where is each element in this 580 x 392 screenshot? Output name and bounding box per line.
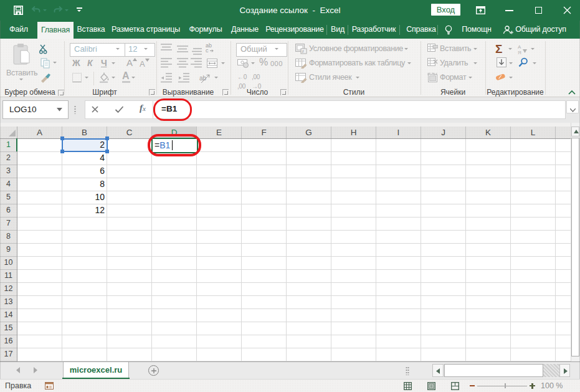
svg-text:≠: ≠ xyxy=(302,49,305,54)
svg-text:Я: Я xyxy=(518,50,521,55)
svg-text:c: c xyxy=(206,47,209,54)
svg-text:А: А xyxy=(518,44,521,50)
